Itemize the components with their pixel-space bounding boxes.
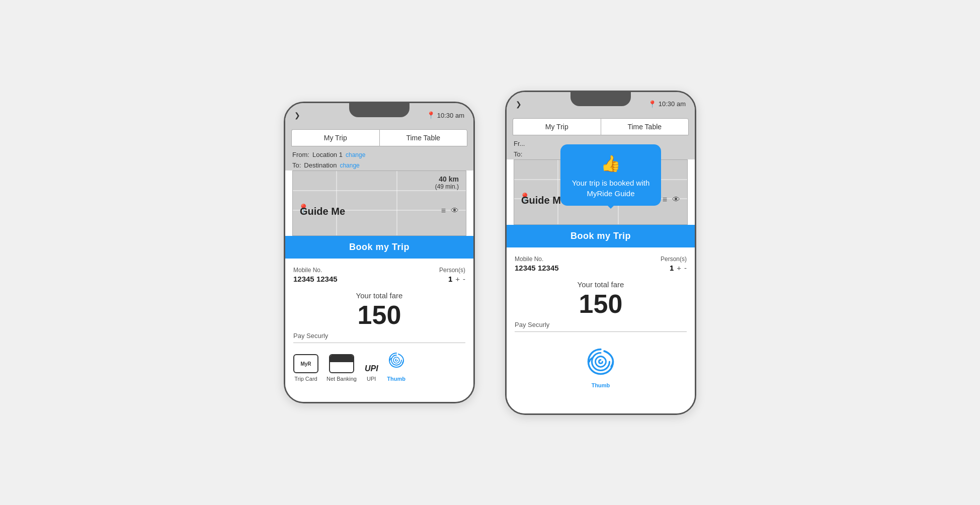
- map-icons-1: ≡ 👁: [441, 206, 459, 215]
- hamburger-icon-2[interactable]: ≡: [663, 195, 667, 204]
- from-change-link[interactable]: change: [346, 151, 365, 158]
- upi-icon[interactable]: UPI: [365, 364, 378, 373]
- fingerprint-icon-1[interactable]: [386, 350, 406, 373]
- persons-plus-1[interactable]: +: [455, 275, 460, 283]
- eye-icon-1[interactable]: 👁: [451, 206, 459, 215]
- pay-securely-label-1: Pay Securly: [293, 332, 465, 343]
- nav-arrow-1[interactable]: ❯: [294, 111, 300, 119]
- card-stripe: [330, 355, 353, 362]
- pay-securely-label-2: Pay Securly: [515, 321, 687, 332]
- road-h1: [293, 190, 466, 191]
- tab-my-trip-1[interactable]: My Trip: [291, 129, 379, 146]
- payment-methods-1: MyR Trip Card Net Banking UPI UPI: [293, 350, 465, 382]
- tooltip-text: Your trip is booked with MyRide Guide: [569, 178, 652, 199]
- tab-time-table-1[interactable]: Time Table: [379, 129, 468, 146]
- fingerprint-icon-2[interactable]: [583, 344, 618, 382]
- mobile-persons-row-2: Mobile No. 12345 12345 Person(s) 1 + -: [515, 256, 687, 272]
- persons-minus-2[interactable]: -: [684, 264, 687, 272]
- map-area-1: 40 km (49 min.) 📍 Guide Me ≡ 👁: [292, 171, 466, 236]
- mobile-field-1: Mobile No. 12345 12345: [293, 267, 338, 283]
- net-banking-label: Net Banking: [326, 376, 357, 382]
- fare-label-2: Your total fare: [515, 280, 687, 289]
- duration-value: (49 min.): [435, 183, 459, 190]
- net-banking-icon[interactable]: [329, 354, 354, 373]
- fare-amount-1: 150: [293, 302, 465, 328]
- persons-number-2: 1: [670, 264, 674, 272]
- guide-me-text-1: Guide Me: [300, 206, 345, 217]
- phone-bottom-space-2: [507, 403, 695, 413]
- fare-amount-2: 150: [515, 291, 687, 317]
- persons-number-1: 1: [448, 275, 452, 283]
- phone-screen-2: ❯ 📍 10:30 am 👍 Your trip is booked with …: [505, 91, 696, 415]
- payment-trip-card[interactable]: MyR Trip Card: [293, 354, 318, 382]
- status-time-1: 📍 10:30 am: [427, 111, 464, 119]
- phone-screen-1: ❯ 📍 10:30 am My Trip Time Table From: Lo…: [284, 102, 475, 403]
- to-label-2: To:: [514, 150, 522, 158]
- trip-to-row: To: Destination change: [292, 160, 466, 171]
- tab-my-trip-2[interactable]: My Trip: [513, 118, 601, 135]
- hamburger-icon-1[interactable]: ≡: [441, 206, 446, 215]
- bottom-card-2: Mobile No. 12345 12345 Person(s) 1 + - Y…: [507, 247, 695, 403]
- screen2-upper-area: 👍 Your trip is booked with MyRide Guide …: [507, 114, 695, 225]
- tab-time-table-2[interactable]: Time Table: [601, 118, 689, 135]
- persons-controls-1: 1 + -: [439, 275, 465, 283]
- persons-field-1: Person(s) 1 + -: [439, 267, 465, 283]
- trip-info-1: From: Location 1 change To: Destination …: [285, 146, 473, 171]
- eye-icon-2[interactable]: 👁: [672, 195, 680, 204]
- trip-card-icon[interactable]: MyR: [293, 354, 318, 373]
- from-label: From:: [292, 151, 309, 158]
- map-distance-1: 40 km (49 min.): [435, 175, 459, 190]
- map-icons-2: ≡ 👁: [663, 195, 680, 204]
- persons-plus-2[interactable]: +: [677, 264, 681, 272]
- road-v1: [336, 171, 337, 235]
- book-trip-button-1[interactable]: Book my Trip: [285, 236, 473, 259]
- from-value: Location 1: [312, 151, 343, 158]
- bottom-card-1: Mobile No. 12345 12345 Person(s) 1 + - Y…: [285, 259, 473, 392]
- location-pin-icon-2: 📍: [648, 100, 657, 108]
- persons-controls-2: 1 + -: [661, 264, 687, 272]
- location-pin-icon-1: 📍: [427, 111, 435, 119]
- mobile-field-2: Mobile No. 12345 12345: [515, 256, 559, 272]
- tabs-row-1: My Trip Time Table: [285, 125, 473, 146]
- to-value: Destination: [304, 161, 337, 169]
- mobile-value-2: 12345 12345: [515, 264, 559, 272]
- phone-notch-2: [570, 92, 631, 106]
- to-label: To:: [292, 161, 301, 169]
- phone-notch-1: [349, 103, 410, 117]
- fare-label-1: Your total fare: [293, 291, 465, 300]
- persons-minus-1[interactable]: -: [463, 275, 465, 283]
- thumb-label-1: Thumb: [387, 376, 405, 382]
- payment-thumb[interactable]: Thumb: [386, 350, 406, 382]
- mobile-label-2: Mobile No.: [515, 256, 559, 263]
- thumb-payment-section[interactable]: Thumb: [515, 339, 687, 393]
- thumb-label-2: Thumb: [592, 382, 610, 388]
- fare-section-2: Your total fare 150: [515, 275, 687, 321]
- mobile-persons-row-1: Mobile No. 12345 12345 Person(s) 1 + -: [293, 267, 465, 283]
- road-v2: [396, 171, 397, 235]
- persons-label-2: Person(s): [661, 256, 687, 263]
- from-label-2: Fr...: [514, 140, 525, 147]
- status-time-2: 📍 10:30 am: [648, 100, 686, 108]
- guide-me-text-2: Guide Me: [521, 195, 566, 206]
- tabs-row-2: My Trip Time Table: [507, 114, 695, 135]
- persons-label-1: Person(s): [439, 267, 465, 274]
- payment-net-banking[interactable]: Net Banking: [326, 354, 357, 382]
- trip-from-row: From: Location 1 change: [292, 149, 466, 160]
- to-change-link[interactable]: change: [340, 162, 359, 169]
- mobile-value-1: 12345 12345: [293, 275, 338, 283]
- myr-text: MyR: [300, 361, 311, 367]
- persons-field-2: Person(s) 1 + -: [661, 256, 687, 272]
- tooltip-thumb-icon: 👍: [569, 152, 652, 175]
- tooltip-bubble: 👍 Your trip is booked with MyRide Guide: [560, 144, 661, 206]
- book-trip-button-2[interactable]: Book my Trip: [507, 225, 695, 247]
- distance-value: 40 km: [435, 175, 459, 183]
- nav-arrow-2[interactable]: ❯: [516, 100, 522, 108]
- road-v1-2: [557, 160, 558, 224]
- phone-bottom-space-1: [285, 392, 473, 402]
- payment-upi[interactable]: UPI UPI: [365, 364, 378, 382]
- upi-label: UPI: [367, 376, 376, 382]
- trip-card-label: Trip Card: [294, 376, 317, 382]
- mobile-label-1: Mobile No.: [293, 267, 338, 274]
- fare-section-1: Your total fare 150: [293, 286, 465, 332]
